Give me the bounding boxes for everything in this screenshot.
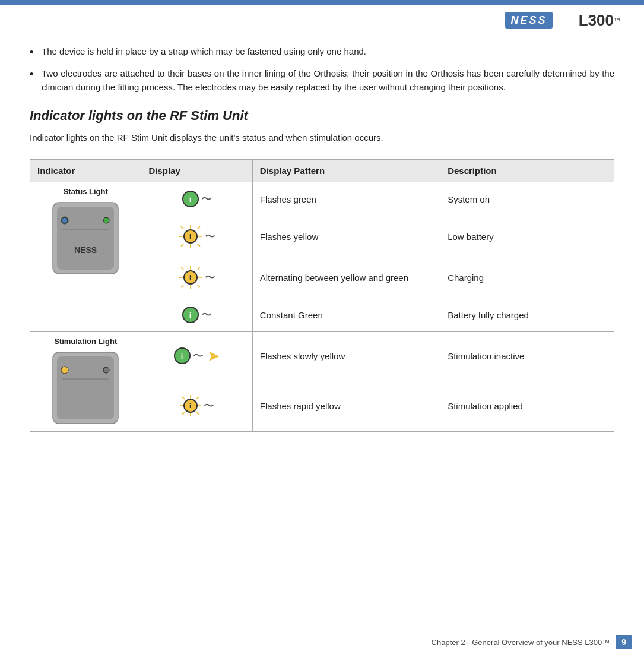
ray-left [179,236,183,237]
svg-point-7 [62,217,68,223]
stim-light-group: Stimulation Light [35,337,136,426]
indicator-stim-light: Stimulation Light [30,332,141,432]
ray-bl [180,244,184,247]
wave-symbol-1: 〜 [201,192,212,206]
ray-tl [180,226,184,229]
tm-symbol: ™ [614,17,620,24]
ray-tl-6 [182,396,185,400]
desc-stim-inactive: Stimulation inactive [440,332,614,380]
led-stim-icon: i [174,347,191,364]
svg-point-8 [103,217,109,223]
indicator-status-light: Status Light NESS [30,182,141,332]
stim-arrow-slow: ➤ [207,347,220,365]
bullet-text-1: The device is held in place by a strap w… [42,45,614,59]
ray-bottom-6 [190,412,191,416]
ray-top-3 [190,266,191,270]
ray-tr-6 [196,396,199,400]
display-stim-slow: i 〜 ➤ [141,332,252,380]
pattern-alt: Alternating between yellow and green [252,257,440,298]
wave-symbol-5: 〜 [193,349,204,363]
ness-logo: NESS L300™ [505,10,620,31]
svg-rect-10 [57,356,114,419]
pattern-green-flash: Flashes green [252,182,440,216]
display-green-flash: i 〜 [141,182,252,216]
led-display-6: i 〜 [148,393,245,419]
wave-symbol-3: 〜 [205,270,215,285]
led-alt-rays: i [179,266,202,289]
status-light-label: Status Light [64,187,108,196]
led-display-5: i 〜 ➤ [148,345,245,368]
wave-symbol-6: 〜 [204,399,214,413]
led-display-2: i 〜 [148,222,245,251]
led-green-icon: i [182,191,199,207]
led-yellow-rays: i [179,225,202,248]
ray-bottom-3 [190,285,191,289]
main-content: • The device is held in place by a strap… [0,33,644,462]
ray-tr [197,226,201,229]
wave-symbol-2: 〜 [205,229,215,244]
ray-tl-3 [180,267,184,270]
svg-rect-3 [57,207,114,270]
led-display-3: i 〜 [148,263,245,292]
pattern-constant-green: Constant Green [252,298,440,332]
pattern-stim-rapid: Flashes rapid yellow [252,380,440,431]
ray-br [197,244,201,247]
header-bar [0,0,644,5]
desc-system-on: System on [440,182,614,216]
display-stim-rapid: i 〜 [141,380,252,431]
display-yellow-flash: i 〜 [141,216,252,257]
svg-text:NESS: NESS [74,245,97,255]
svg-text:NESS: NESS [510,14,547,26]
led-constant-green-icon: i [182,307,199,323]
l300-text: L300 [579,11,614,30]
led-display-1: i 〜 [148,188,245,210]
footer-page-number: 9 [616,635,632,649]
th-indicator: Indicator [30,160,141,182]
display-constant-green: i 〜 [141,298,252,332]
table-row-5: Stimulation Light i [30,332,614,380]
th-description: Description [440,160,614,182]
stim-light-label: Stimulation Light [54,337,117,346]
led-rapid-circle: i [183,399,198,413]
desc-stim-applied: Stimulation applied [440,380,614,431]
ray-right-6 [197,405,201,406]
table-row-1: Status Light NESS [30,182,614,216]
desc-low-battery: Low battery [440,216,614,257]
th-display: Display [141,160,252,182]
desc-battery-charged: Battery fully charged [440,298,614,332]
bullet-item-2: • Two electrodes are attached to their b… [30,67,614,94]
status-light-group: Status Light NESS [35,187,136,277]
svg-point-13 [103,367,109,373]
pattern-yellow-flash: Flashes yellow [252,216,440,257]
ray-bl-6 [182,412,185,415]
ray-bottom [190,244,191,248]
led-display-4: i 〜 [148,304,245,326]
svg-point-11 [61,367,68,374]
ray-right [198,236,202,237]
ray-left-3 [179,277,183,278]
bullet-item-1: • The device is held in place by a strap… [30,45,614,60]
display-alt-flash: i 〜 [141,257,252,298]
footer-chapter-text: Chapter 2 - General Overview of your NES… [432,638,610,647]
pattern-stim-slow: Flashes slowly yellow [252,332,440,380]
bullet-section: • The device is held in place by a strap… [30,45,614,94]
desc-charging: Charging [440,257,614,298]
ray-top [190,225,191,229]
bullet-dot-1: • [30,45,42,60]
bullet-dot-2: • [30,67,42,82]
led-rapid-rays: i [180,395,201,416]
bullet-text-2: Two electrodes are attached to their bas… [42,67,614,94]
section-desc: Indicator lights on the RF Stim Unit dis… [30,131,614,145]
led-alt-circle: i [183,270,198,285]
logo-area: NESS L300™ [0,5,644,33]
ray-bl-3 [180,285,184,288]
led-yellow-circle: i [183,229,198,244]
th-pattern: Display Pattern [252,160,440,182]
ray-tr-3 [197,267,201,270]
ray-br-6 [196,412,199,415]
ray-right-3 [198,277,202,278]
ray-br-3 [197,285,201,288]
page-footer: Chapter 2 - General Overview of your NES… [0,630,644,654]
wave-symbol-4: 〜 [201,308,212,322]
indicator-table: Indicator Display Display Pattern Descri… [30,159,614,432]
